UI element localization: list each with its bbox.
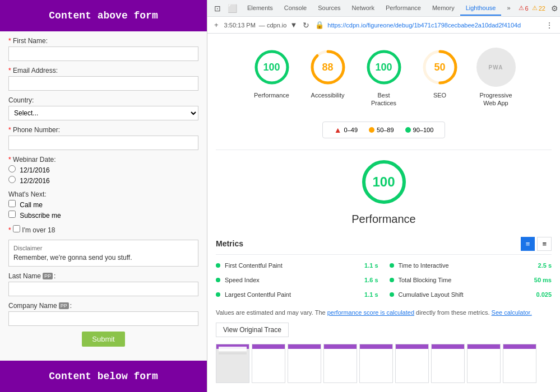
first-name-input[interactable] [8, 46, 198, 61]
metric-tbt: Total Blocking Time 50 ms [390, 275, 552, 285]
filmstrip-frame-8 [467, 344, 501, 383]
filmstrip-frame-7 [431, 344, 465, 383]
whats-next-field: What's Next: Call me Subscribe me [8, 190, 198, 220]
new-tab-icon[interactable]: + [212, 20, 221, 30]
metric-cls: Cumulative Layout Shift 0.025 [390, 290, 552, 300]
metric-tti-dot [390, 263, 394, 268]
scores-row: 100 Performance 88 Accessibility [216, 42, 552, 113]
metric-tti-value: 2.5 s [538, 262, 552, 269]
error-count: 6 [525, 5, 529, 12]
refresh-icon-btn[interactable]: ↻ [300, 20, 312, 31]
tab-lighthouse[interactable]: Lighthouse [460, 1, 502, 16]
big-performance-circle: 100 [359, 157, 409, 207]
domain-label: — cdpn.io [259, 22, 287, 29]
call-me-checkbox[interactable] [8, 200, 16, 207]
url-text: https://cdpn.io/figureone/debug/1b471c17… [327, 22, 521, 29]
metric-fcp: First Contentful Paint 1.1 s [216, 260, 378, 270]
country-label: Country: [8, 96, 198, 104]
metrics-grid-view-btn[interactable]: ≡ [521, 237, 535, 251]
metrics-header: Metrics ≡ ≡ [216, 237, 552, 255]
call-me-label[interactable]: Call me [8, 200, 198, 209]
pwa-text: PWA [489, 64, 503, 71]
legend-green: 90–100 [405, 125, 434, 134]
email-input[interactable] [8, 76, 198, 91]
subscribe-label[interactable]: Subscribe me [8, 211, 198, 220]
metric-cls-dot [390, 292, 394, 297]
webinar-radio-opt2[interactable] [8, 176, 16, 183]
webinar-opt2-label[interactable]: 12/2/2016 [8, 176, 198, 185]
last-name-field: Last Name PP : [8, 272, 198, 296]
best-practices-value: 100 [375, 62, 392, 73]
metric-si-value: 1.6 s [364, 277, 378, 283]
legend-orange-dot [369, 127, 374, 133]
tab-network[interactable]: Network [346, 1, 380, 16]
tab-console[interactable]: Console [279, 1, 312, 16]
devtools-panel: ⊡ ⬜ Elements Console Sources Network Per… [207, 0, 560, 392]
webinar-radio-opt1[interactable] [8, 165, 16, 172]
over18-label[interactable]: I'm over 18 [8, 225, 198, 234]
score-performance: 100 Performance [252, 48, 291, 108]
error-badge: ⚠ 6 [519, 4, 529, 12]
subscribe-checkbox[interactable] [8, 211, 16, 218]
dropdown-arrow-icon[interactable]: ▼ [290, 21, 297, 29]
perf-score-link[interactable]: performance score is calculated [327, 309, 414, 316]
legend-orange-label: 50–89 [377, 127, 394, 133]
opportunities-section: Opportunities — These suggestions can he… [216, 390, 552, 392]
warning-count: 22 [539, 5, 545, 12]
metrics-list-view-btn[interactable]: ≡ [537, 237, 552, 251]
phone-input[interactable] [8, 136, 198, 150]
tab-sources[interactable]: Sources [312, 1, 346, 16]
score-pwa: PWA ProgressiveWeb App [476, 48, 516, 108]
metric-fcp-dot [216, 263, 220, 268]
tab-elements[interactable]: Elements [242, 1, 279, 16]
metrics-view-btns: ≡ ≡ [521, 237, 552, 251]
filmstrip-frame-4 [323, 344, 357, 383]
filmstrip-frame-2 [252, 344, 285, 383]
last-name-input[interactable] [8, 282, 198, 296]
metric-tbt-dot [390, 278, 394, 282]
phone-field: Phone Number: [8, 126, 198, 150]
disclaimer-box: Disclaimer Remember, we're gonna send yo… [8, 240, 198, 267]
first-name-label: First Name: [8, 37, 198, 45]
big-performance-label: Performance [351, 213, 416, 226]
score-accessibility: 88 Accessibility [308, 48, 348, 108]
company-name-label: Company Name [8, 302, 57, 310]
url-more-icon[interactable]: ⋮ [543, 20, 556, 31]
calculator-link[interactable]: See calculator. [492, 309, 532, 316]
tab-performance[interactable]: Performance [380, 1, 427, 16]
settings-icon-btn[interactable]: ⚙ [549, 3, 560, 14]
filmstrip-frame-3 [288, 344, 321, 383]
over18-checkbox[interactable] [13, 225, 20, 232]
metrics-grid: First Contentful Paint 1.1 s Time to Int… [216, 260, 552, 300]
inspect-icon-btn[interactable]: ⊡ [212, 3, 223, 14]
accessibility-label: Accessibility [311, 91, 345, 99]
webinar-opt1-label[interactable]: 12/1/2016 [8, 165, 198, 174]
device-icon-btn[interactable]: ⬜ [225, 3, 239, 14]
whats-next-label: What's Next: [8, 190, 198, 198]
form-area: First Name: Email Address: Country: Sele… [0, 31, 207, 361]
tab-memory[interactable]: Memory [427, 1, 460, 16]
performance-circle: 100 [252, 48, 291, 87]
legend-red-icon: ▲ [334, 125, 342, 134]
company-name-input[interactable] [8, 311, 198, 326]
time-label: 3:50:13 PM [224, 22, 256, 29]
content-above-header: Content above form [0, 0, 207, 31]
company-name-field: Company Name PP : [8, 302, 198, 326]
webinar-label: Webinar Date: [8, 156, 198, 164]
tab-more[interactable]: » [501, 1, 516, 16]
metric-fcp-value: 1.1 s [364, 262, 378, 269]
webinar-date-field: Webinar Date: 12/1/2016 12/2/2016 [8, 156, 198, 185]
metric-cls-name: Cumulative Layout Shift [399, 291, 532, 298]
big-score-section: 100 Performance [216, 157, 552, 226]
security-icon: 🔒 [315, 21, 324, 29]
country-select[interactable]: Select... [8, 106, 198, 120]
view-trace-button[interactable]: View Original Trace [216, 323, 289, 337]
metric-si-dot [216, 278, 220, 282]
lighthouse-content: 100 Performance 88 Accessibility [207, 34, 560, 392]
legend-green-dot [405, 127, 411, 133]
disclaimer-title: Disclaimer [13, 245, 193, 251]
phone-label: Phone Number: [8, 126, 198, 134]
submit-button[interactable]: Submit [82, 332, 124, 347]
accessibility-value: 88 [322, 62, 333, 73]
metric-cls-value: 0.025 [536, 291, 552, 298]
